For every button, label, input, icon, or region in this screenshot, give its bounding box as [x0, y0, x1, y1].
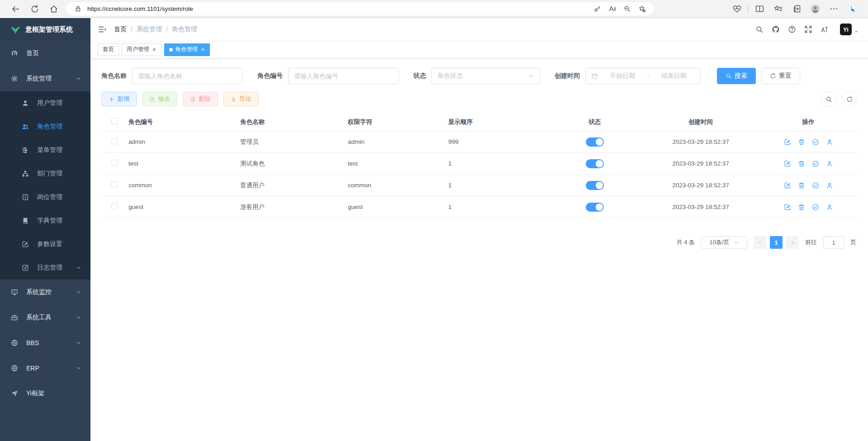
sidebar-fold-icon[interactable]	[98, 25, 107, 34]
browser-essentials-icon[interactable]	[732, 4, 742, 14]
row-action-edit-square-icon[interactable]	[784, 138, 791, 146]
table-row-0: admin 管理员 admin 999 2023-03-29 18:52:37	[101, 131, 857, 153]
page-1-button[interactable]: 1	[770, 236, 783, 249]
address-bar[interactable]: https://ccnetcore.com:1101/system/role	[66, 2, 654, 16]
browser-reload-icon[interactable]	[30, 5, 39, 14]
cell-role-name: 普通用户	[236, 181, 343, 190]
sidebar-item-0[interactable]: 首页	[0, 41, 90, 66]
sidebar-item-1[interactable]: 系统管理	[0, 66, 90, 91]
sidebar-item-7[interactable]: 字典管理	[0, 209, 90, 232]
fullscreen-icon[interactable]	[804, 25, 812, 33]
row-action-user-outline-icon[interactable]	[826, 204, 833, 211]
row-action-edit-square-icon[interactable]	[784, 182, 791, 189]
lock-icon[interactable]	[74, 5, 82, 13]
tab-0[interactable]: 首页	[98, 43, 119, 56]
sidebar-item-5[interactable]: 部门管理	[0, 162, 90, 185]
date-range-picker[interactable]: 开始日期 - 结束日期	[585, 68, 701, 84]
refresh-table-button[interactable]	[842, 91, 857, 107]
row-action-check-circle-icon[interactable]	[812, 204, 819, 211]
search-icon	[726, 73, 732, 79]
prev-page-button[interactable]	[754, 236, 766, 249]
profile-avatar[interactable]	[811, 4, 820, 14]
collections-icon[interactable]	[773, 4, 783, 14]
browser-back-icon[interactable]	[11, 5, 20, 14]
sidebar-item-3[interactable]: 角色管理	[0, 115, 90, 138]
row-checkbox[interactable]	[111, 138, 118, 144]
role-name-input[interactable]	[132, 68, 243, 84]
row-action-trash-icon[interactable]	[798, 138, 805, 146]
tab-close-icon[interactable]: ×	[201, 46, 205, 53]
tab-2[interactable]: 角色管理 ×	[164, 43, 210, 56]
key-icon[interactable]	[593, 5, 601, 13]
sidebar-item-10[interactable]: 系统监控	[0, 280, 90, 305]
globe-icon	[11, 365, 18, 372]
status-toggle[interactable]	[586, 203, 604, 212]
favorite-add-icon[interactable]	[638, 5, 646, 13]
row-action-check-circle-icon[interactable]	[812, 138, 819, 146]
github-icon[interactable]	[772, 25, 780, 33]
show-search-button[interactable]	[821, 91, 836, 107]
sidebar-item-13[interactable]: ERP	[0, 356, 90, 381]
cell-role-code: test	[124, 160, 236, 167]
user-avatar[interactable]: Yi	[840, 24, 852, 35]
sidebar-item-11[interactable]: 系统工具	[0, 305, 90, 330]
chevron-down-icon	[733, 240, 739, 246]
tab-1[interactable]: 用户管理 ×	[122, 43, 161, 56]
row-checkbox[interactable]	[111, 181, 118, 188]
browser-home-icon[interactable]	[49, 5, 58, 14]
role-code-input[interactable]	[288, 68, 399, 84]
row-checkbox[interactable]	[111, 203, 118, 209]
sidebar-item-8[interactable]: 参数设置	[0, 232, 90, 256]
tab-actions-icon[interactable]	[792, 4, 802, 14]
cell-created-time: 2023-03-29 18:52:37	[642, 204, 759, 210]
row-action-trash-icon[interactable]	[798, 204, 805, 211]
row-action-edit-square-icon[interactable]	[784, 204, 791, 211]
font-size-icon[interactable]	[821, 25, 829, 33]
breadcrumb: 首页/系统管理/角色管理	[114, 25, 197, 33]
reset-button[interactable]: 重置	[761, 68, 800, 84]
search-button[interactable]: 搜索	[717, 68, 756, 84]
caret-down-icon[interactable]	[854, 29, 859, 34]
status-select[interactable]: 角色状态	[432, 68, 540, 84]
sidebar-item-14[interactable]: Yi框架	[0, 381, 90, 406]
copilot-icon[interactable]	[848, 4, 857, 14]
zoom-out-icon[interactable]	[623, 5, 631, 13]
status-toggle[interactable]	[586, 181, 604, 190]
row-action-user-outline-icon[interactable]	[826, 182, 833, 189]
end-date-placeholder: 结束日期	[653, 72, 695, 80]
select-all-checkbox[interactable]	[111, 118, 118, 124]
search-icon[interactable]	[755, 25, 764, 33]
edit-button[interactable]: 修改	[142, 92, 177, 106]
read-aloud-icon[interactable]	[608, 5, 616, 13]
sidebar-item-9[interactable]: 日志管理	[0, 256, 90, 280]
export-button[interactable]: 导出	[223, 92, 259, 106]
sidebar-item-2[interactable]: 用户管理	[0, 91, 90, 115]
page-size-select[interactable]: 10条/页	[701, 236, 747, 249]
edit-square-icon	[22, 241, 29, 248]
url-text[interactable]: https://ccnetcore.com:1101/system/role	[87, 5, 590, 12]
next-page-button[interactable]	[786, 236, 799, 249]
status-toggle[interactable]	[586, 159, 604, 168]
help-icon[interactable]	[788, 25, 796, 33]
sidebar-item-4[interactable]: 菜单管理	[0, 138, 90, 162]
row-action-check-circle-icon[interactable]	[812, 160, 819, 167]
goto-page-input[interactable]	[823, 236, 844, 249]
row-action-trash-icon[interactable]	[798, 160, 805, 167]
cell-created-time: 2023-03-29 18:52:37	[642, 138, 759, 145]
sidebar-item-12[interactable]: BBS	[0, 330, 90, 356]
row-action-user-outline-icon[interactable]	[826, 160, 833, 167]
delete-button[interactable]: 删除	[183, 92, 218, 106]
app-logo[interactable]: 意框架管理系统	[0, 18, 90, 41]
sidebar-item-6[interactable]: 岗位管理	[0, 185, 90, 209]
row-action-check-circle-icon[interactable]	[812, 182, 819, 189]
add-button[interactable]: 新增	[101, 92, 137, 106]
breadcrumb-item[interactable]: 首页	[114, 25, 127, 33]
row-action-trash-icon[interactable]	[798, 182, 805, 189]
status-toggle[interactable]	[586, 138, 604, 147]
row-action-user-outline-icon[interactable]	[826, 138, 833, 146]
tab-close-icon[interactable]: ×	[152, 46, 157, 53]
row-checkbox[interactable]	[111, 160, 118, 166]
split-screen-icon[interactable]	[755, 4, 764, 14]
more-menu-icon[interactable]	[829, 4, 839, 14]
row-action-edit-square-icon[interactable]	[784, 160, 791, 167]
